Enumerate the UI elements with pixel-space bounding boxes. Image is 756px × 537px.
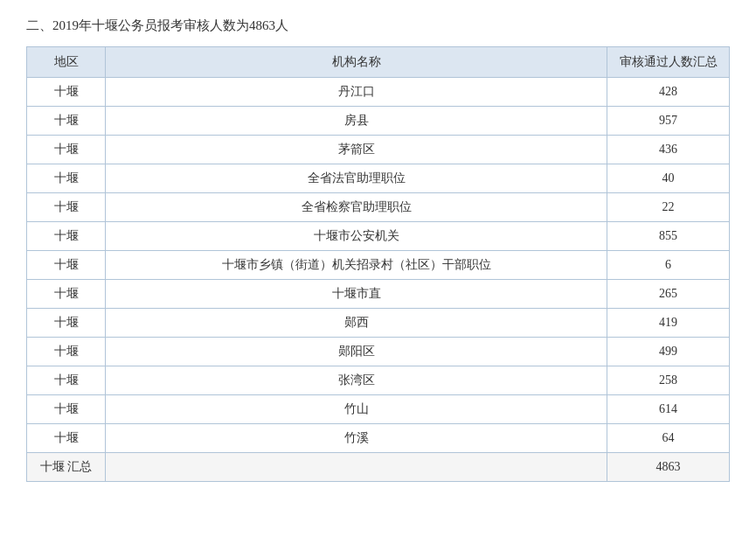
cell-region: 十堰: [27, 107, 106, 136]
cell-org: 十堰市直: [106, 280, 607, 309]
table-header-row: 地区 机构名称 审核通过人数汇总: [27, 47, 730, 78]
section-title: 二、2019年十堰公务员报考审核人数为4863人: [26, 17, 730, 34]
cell-org: 十堰市乡镇（街道）机关招录村（社区）干部职位: [106, 251, 607, 280]
cell-region: 十堰: [27, 338, 106, 366]
table-row: 十堰张湾区258: [27, 366, 730, 395]
cell-count: 499: [607, 338, 730, 366]
cell-region: 十堰: [27, 366, 106, 395]
table-row: 十堰十堰市直265: [27, 280, 730, 309]
cell-region: 十堰: [27, 222, 106, 251]
cell-region: 十堰: [27, 309, 106, 338]
data-table: 地区 机构名称 审核通过人数汇总 十堰丹江口428十堰房县957十堰茅箭区436…: [26, 46, 730, 482]
cell-count: 4863: [607, 453, 730, 482]
cell-count: 855: [607, 222, 730, 251]
table-row: 十堰竹山614: [27, 395, 730, 424]
cell-count: 40: [607, 164, 730, 193]
cell-org: 丹江口: [106, 78, 607, 107]
table-row: 十堰十堰市乡镇（街道）机关招录村（社区）干部职位6: [27, 251, 730, 280]
cell-region: 十堰: [27, 395, 106, 424]
table-row: 十堰十堰市公安机关855: [27, 222, 730, 251]
cell-org: 张湾区: [106, 366, 607, 395]
cell-org: [106, 453, 607, 482]
cell-org: 郧西: [106, 309, 607, 338]
cell-org: 房县: [106, 107, 607, 136]
cell-region: 十堰: [27, 280, 106, 309]
cell-count: 6: [607, 251, 730, 280]
header-region: 地区: [27, 47, 106, 78]
cell-count: 64: [607, 424, 730, 453]
header-org: 机构名称: [106, 47, 607, 78]
cell-org: 竹溪: [106, 424, 607, 453]
cell-org: 茅箭区: [106, 136, 607, 164]
cell-org: 郧阳区: [106, 338, 607, 366]
table-row: 十堰竹溪64: [27, 424, 730, 453]
cell-count: 436: [607, 136, 730, 164]
table-row: 十堰 汇总4863: [27, 453, 730, 482]
table-row: 十堰郧阳区499: [27, 338, 730, 366]
table-row: 十堰全省检察官助理职位22: [27, 193, 730, 222]
cell-region: 十堰: [27, 424, 106, 453]
cell-count: 22: [607, 193, 730, 222]
cell-region: 十堰: [27, 136, 106, 164]
cell-count: 428: [607, 78, 730, 107]
cell-region: 十堰 汇总: [27, 453, 106, 482]
cell-count: 614: [607, 395, 730, 424]
cell-count: 957: [607, 107, 730, 136]
cell-region: 十堰: [27, 164, 106, 193]
table-row: 十堰全省法官助理职位40: [27, 164, 730, 193]
cell-count: 265: [607, 280, 730, 309]
cell-org: 竹山: [106, 395, 607, 424]
table-row: 十堰房县957: [27, 107, 730, 136]
cell-region: 十堰: [27, 251, 106, 280]
cell-org: 全省检察官助理职位: [106, 193, 607, 222]
cell-region: 十堰: [27, 193, 106, 222]
table-row: 十堰丹江口428: [27, 78, 730, 107]
table-row: 十堰郧西419: [27, 309, 730, 338]
cell-org: 十堰市公安机关: [106, 222, 607, 251]
header-count: 审核通过人数汇总: [607, 47, 730, 78]
cell-region: 十堰: [27, 78, 106, 107]
cell-count: 419: [607, 309, 730, 338]
table-row: 十堰茅箭区436: [27, 136, 730, 164]
cell-count: 258: [607, 366, 730, 395]
cell-org: 全省法官助理职位: [106, 164, 607, 193]
